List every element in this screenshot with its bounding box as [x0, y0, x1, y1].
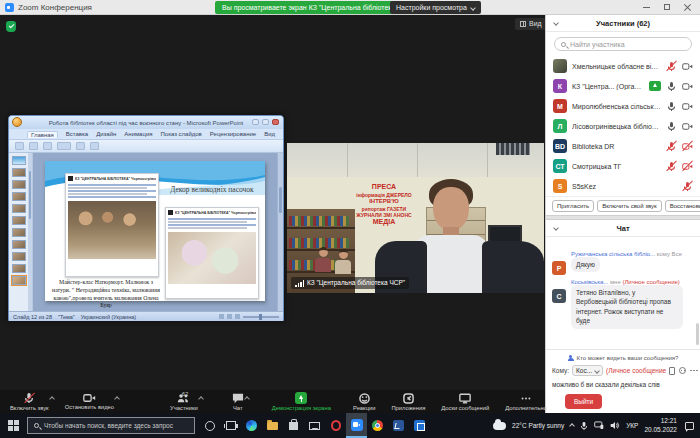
tab-pokaz[interactable]: Показ слайдов — [161, 131, 202, 137]
chat-scrollbar[interactable] — [696, 323, 699, 345]
chevron-up-icon[interactable] — [114, 396, 120, 402]
ppt-close-button[interactable] — [272, 119, 279, 125]
participant-row[interactable]: BD Biblioteka DR — [546, 136, 700, 156]
participants-header[interactable]: Участники (62) — [546, 15, 700, 32]
close-button[interactable] — [684, 3, 692, 11]
ppt-minimize-button[interactable] — [252, 119, 259, 125]
slide-heading: Декор великодніх пасочок — [163, 185, 261, 194]
tray-expand-icon[interactable] — [569, 423, 575, 429]
app-tile-icon[interactable] — [409, 413, 430, 438]
recipient-dropdown[interactable]: Кос... — [572, 365, 603, 376]
collapse-chevron-icon[interactable] — [553, 225, 559, 231]
start-button[interactable] — [8, 420, 19, 431]
mic-icon — [666, 100, 677, 112]
apps-button[interactable]: Приложения — [387, 390, 429, 413]
zoom-logo-icon — [5, 3, 14, 12]
store-icon[interactable] — [283, 413, 304, 438]
chat-header[interactable]: Чат — [546, 220, 700, 237]
word-icon[interactable] — [388, 413, 409, 438]
weather-text[interactable]: 22°C Partly sunny — [512, 422, 564, 429]
unmute-audio-button[interactable]: Включить звук — [6, 390, 53, 413]
chat-messages[interactable]: Р Ружичанська сільська бібліо... кому Вс… — [546, 237, 700, 349]
slide-scrollbar[interactable] — [277, 153, 283, 311]
window-titlebar: Zoom Конференция Вы просматриваете экран… — [0, 0, 700, 15]
tab-glavnaya[interactable]: Главная — [27, 131, 58, 138]
maximize-button[interactable] — [664, 4, 670, 10]
restore-status-button[interactable]: Восстановить статус — [665, 200, 700, 212]
chrome-icon[interactable] — [367, 413, 388, 438]
file-explorer-icon[interactable] — [262, 413, 283, 438]
office-button[interactable] — [12, 117, 22, 127]
reactions-button[interactable]: Реакции — [349, 390, 379, 413]
ppt-maximize-button[interactable] — [262, 119, 269, 125]
tab-dizain[interactable]: Дизайн — [96, 131, 116, 137]
leave-button[interactable]: Выйти — [565, 394, 602, 409]
view-button[interactable]: Вид — [515, 18, 547, 30]
stop-video-button[interactable]: Остановить видео — [61, 390, 118, 413]
participant-row[interactable]: М Миролюбненська сільська бі... — [546, 96, 700, 116]
chat-input[interactable]: можливо б ви сказали декілька слів — [552, 381, 694, 388]
more-button[interactable]: Дополнительно — [501, 390, 551, 413]
minimize-button[interactable] — [643, 7, 650, 8]
task-view-button[interactable] — [220, 413, 241, 438]
share-screen-button[interactable]: Демонстрация экрана — [268, 390, 335, 413]
invite-button[interactable]: Пригласить — [552, 200, 594, 212]
chat-button[interactable]: Чат — [228, 390, 248, 413]
tray-volume-icon[interactable] — [610, 421, 620, 430]
view-settings-button[interactable]: Настройки просмотра — [390, 1, 481, 14]
mic-muted-icon — [666, 60, 677, 72]
avatar: S — [553, 179, 567, 193]
search-icon — [561, 42, 566, 47]
participant-search-input[interactable]: Найти участника — [554, 37, 692, 51]
chevron-up-icon[interactable] — [244, 396, 250, 402]
tab-vstavka[interactable]: Вставка — [66, 131, 88, 137]
seated-person — [315, 247, 331, 272]
notification-center-icon[interactable] — [685, 422, 694, 430]
opera-icon[interactable] — [325, 413, 346, 438]
participant-row[interactable]: Л Лісовогринівецька бібліотека — [546, 116, 700, 136]
taskbar-clock[interactable]: 12:2120.05.2022 — [644, 417, 677, 434]
tray-display-icon[interactable] — [594, 421, 604, 430]
security-shield-icon[interactable] — [6, 21, 16, 32]
tab-vid[interactable]: Вид — [264, 131, 275, 137]
unmute-button[interactable]: Включить свой звук — [597, 200, 662, 212]
zoom-taskbar-icon[interactable] — [346, 413, 367, 438]
attach-file-icon[interactable] — [669, 367, 675, 375]
thumbnail-scrollbar[interactable] — [28, 153, 32, 311]
tray-mic-icon[interactable] — [580, 421, 588, 431]
participant-row[interactable]: S S5sKez — [546, 176, 700, 196]
normal-view-icon[interactable] — [219, 314, 224, 319]
person-icon — [568, 355, 574, 361]
weather-icon[interactable] — [493, 422, 506, 430]
language-indicator[interactable]: УКР — [626, 422, 638, 429]
collapse-chevron-icon[interactable] — [553, 20, 559, 26]
visibility-hint[interactable]: Кто может видеть ваши сообщения? — [552, 355, 694, 361]
zoom-slider[interactable] — [243, 316, 279, 318]
participants-button[interactable]: 62 Участники — [166, 390, 202, 413]
chevron-up-icon[interactable] — [49, 396, 55, 402]
powerpoint-window: Робота бібліотек області під час воєнног… — [8, 115, 284, 321]
chevron-up-icon[interactable] — [198, 396, 204, 402]
participant-row[interactable]: К КЗ "Центра... (Организатор) — [546, 76, 700, 96]
post-header: КЗ "ЦЕНТРАЛЬНА БІБЛІОТЕКА" Чорноострівсь… — [75, 177, 156, 181]
post-header: КЗ "ЦЕНТРАЛЬНА БІБЛІОТЕКА" Чорноострівсь… — [175, 211, 256, 215]
avatar — [553, 59, 567, 73]
participant-row[interactable]: СТ Смотрицька ТГ — [546, 156, 700, 176]
whiteboards-button[interactable]: Доски сообщений — [437, 390, 493, 413]
more-options-icon[interactable] — [690, 370, 698, 372]
participant-row[interactable]: Хмельницьке обласне відд... (Я) — [546, 56, 700, 76]
taskbar-search-input[interactable]: Чтобы начать поиск, введите здесь запрос — [27, 417, 195, 434]
sorter-view-icon[interactable] — [227, 314, 232, 319]
speaker-video-tile[interactable]: ПРЕСА інформація ДЖЕРЕЛО ІНТЕРВ'Ю репорт… — [287, 143, 544, 293]
chevron-down-icon — [470, 5, 476, 11]
tab-animaciya[interactable]: Анимация — [124, 131, 152, 137]
selected-thumbnail[interactable] — [12, 276, 26, 285]
emoji-icon[interactable] — [679, 367, 686, 374]
cortana-button[interactable] — [199, 413, 220, 438]
private-message-label: (Личное сообщение — [606, 367, 666, 374]
ppt-slide-thumbnails[interactable] — [9, 153, 33, 311]
tab-recenz[interactable]: Рецензирование — [210, 131, 256, 137]
edge-icon[interactable] — [241, 413, 262, 438]
mail-icon[interactable] — [304, 413, 325, 438]
slideshow-view-icon[interactable] — [235, 314, 240, 319]
